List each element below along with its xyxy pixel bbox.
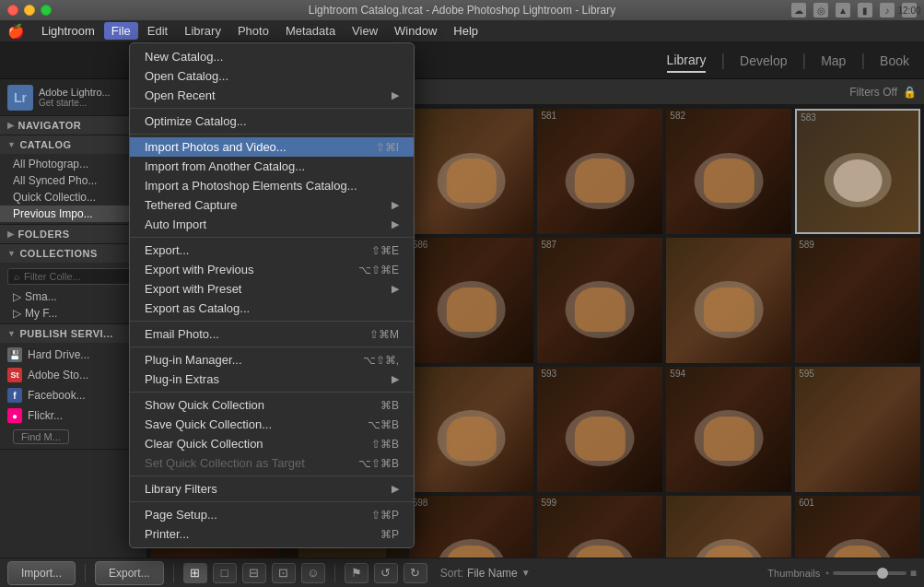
grid-cell-587[interactable]: 587	[537, 238, 662, 363]
catalog-header[interactable]: ▼ Catalog	[0, 135, 146, 154]
menu-help[interactable]: Help	[446, 22, 485, 40]
catalog-all-photos[interactable]: All Photograp...	[0, 156, 146, 172]
catalog-quick-collection[interactable]: Quick Collectio...	[0, 189, 146, 205]
grid-cell-588[interactable]: 588	[666, 238, 791, 363]
find-more-btn[interactable]: Find M...	[0, 426, 146, 447]
cloud-icon[interactable]: ☁	[791, 3, 806, 18]
catalog-synced[interactable]: All Synced Pho...	[0, 172, 146, 189]
menu-save-quick-collection[interactable]: Save Quick Collection... ⌥⌘B	[130, 415, 414, 434]
grid-cell-589[interactable]: 589	[795, 238, 920, 363]
menu-export-as-catalog[interactable]: Export as Catalog...	[130, 299, 414, 318]
activity-icon[interactable]: ◎	[813, 3, 828, 18]
thumbnail-size-slider[interactable]: ▪ ■	[825, 567, 917, 580]
folders-label: Folders	[18, 229, 70, 240]
battery-icon: ▮	[858, 3, 872, 18]
menu-export-with-preset[interactable]: Export with Preset ▶	[130, 279, 414, 299]
menu-library[interactable]: Library	[177, 22, 228, 40]
menu-library-filters[interactable]: Library Filters ▶	[130, 479, 414, 499]
menu-new-catalog[interactable]: New Catalog...	[130, 47, 414, 66]
menu-email-photo[interactable]: Email Photo... ⇧⌘M	[130, 324, 414, 344]
catalog-label: Catalog	[19, 139, 71, 150]
grid-cell-592[interactable]: 592	[409, 367, 534, 492]
menu-window[interactable]: Window	[387, 22, 444, 40]
volume-icon[interactable]: ♪	[880, 3, 895, 18]
publish-flickr[interactable]: ● Flickr...	[0, 405, 146, 426]
wifi-icon: ▲	[836, 3, 850, 18]
folders-header[interactable]: ▶ Folders	[0, 225, 146, 243]
menu-show-quick-collection[interactable]: Show Quick Collection ⌘B	[130, 395, 414, 415]
maximize-button[interactable]	[41, 5, 52, 16]
grid-cell-600[interactable]: 600	[666, 496, 791, 558]
collection-my[interactable]: ▷ My F...	[0, 305, 146, 322]
loupe-view-btn[interactable]: □	[213, 563, 237, 583]
slider-handle[interactable]	[877, 568, 888, 579]
survey-view-btn[interactable]: ⊡	[272, 563, 296, 583]
menu-lightroom[interactable]: Lightroom	[34, 22, 102, 40]
menu-clear-quick-collection[interactable]: Clear Quick Collection ⇧⌘B	[130, 434, 414, 453]
menu-import-another-catalog[interactable]: Import from Another Catalog...	[130, 157, 414, 176]
grid-cell-583[interactable]: 583	[795, 109, 920, 234]
collection-smart[interactable]: ▷ Sma...	[0, 288, 146, 305]
menu-edit[interactable]: Edit	[140, 22, 175, 40]
grid-cell-599[interactable]: 599	[537, 496, 662, 558]
rotate-cw-btn[interactable]: ↻	[404, 563, 427, 583]
people-view-btn[interactable]: ☺	[301, 563, 325, 583]
menu-optimize-catalog[interactable]: Optimize Catalog...	[130, 112, 414, 131]
grid-cell-580[interactable]: 580	[409, 109, 534, 234]
navigator-header[interactable]: ▶ Navigator	[0, 116, 146, 135]
menu-import-photos[interactable]: Import Photos and Video... ⇧⌘I	[130, 137, 414, 157]
collections-header[interactable]: ▼ Collections	[0, 244, 146, 263]
menu-tethered-capture[interactable]: Tethered Capture ▶	[130, 195, 414, 215]
menu-auto-import[interactable]: Auto Import ▶	[130, 215, 414, 234]
collections-arrow: ▼	[7, 249, 16, 258]
filter-right: Filters Off 🔒	[849, 86, 917, 99]
grid-view-btn[interactable]: ⊞	[183, 563, 207, 583]
tab-book[interactable]: Book	[880, 50, 909, 72]
apple-menu[interactable]: 🍎	[7, 23, 25, 40]
tab-map[interactable]: Map	[821, 50, 846, 72]
menu-export[interactable]: Export... ⇧⌘E	[130, 241, 414, 260]
menu-page-setup[interactable]: Page Setup... ⇧⌘P	[130, 505, 414, 524]
menu-open-recent[interactable]: Open Recent ▶	[130, 86, 414, 105]
grid-cell-601[interactable]: 601	[795, 496, 920, 558]
menu-plugin-manager[interactable]: Plug-in Manager... ⌥⇧⌘,	[130, 350, 414, 370]
menu-import-pse-catalog[interactable]: Import a Photoshop Elements Catalog...	[130, 176, 414, 195]
compare-view-btn[interactable]: ⊟	[242, 563, 266, 583]
publish-adobe-stock[interactable]: St Adobe Sto...	[0, 365, 146, 385]
menu-view[interactable]: View	[345, 22, 385, 40]
flagging-btn[interactable]: ⚑	[345, 563, 368, 583]
menu-file[interactable]: File	[104, 22, 138, 40]
publish-hard-drive[interactable]: 💾 Hard Drive...	[0, 345, 146, 365]
menu-metadata[interactable]: Metadata	[278, 22, 343, 40]
window-controls[interactable]	[7, 5, 52, 16]
sort-value[interactable]: File Name	[467, 567, 518, 580]
menu-photo[interactable]: Photo	[230, 22, 276, 40]
collections-filter[interactable]: ⌕ Filter Colle...	[7, 268, 139, 285]
import-button[interactable]: Import...	[7, 561, 76, 585]
menu-printer[interactable]: Printer... ⌘P	[130, 524, 414, 544]
close-button[interactable]	[7, 5, 18, 16]
grid-cell-594[interactable]: 594	[666, 367, 791, 492]
menu-export-with-previous[interactable]: Export with Previous ⌥⇧⌘E	[130, 260, 414, 279]
lock-icon[interactable]: 🔒	[903, 86, 917, 99]
grid-cell-598[interactable]: 598	[409, 496, 534, 558]
tab-separator-2: |	[801, 51, 806, 70]
publish-header[interactable]: ▼ Publish Servi...	[0, 324, 146, 343]
rotate-ccw-btn[interactable]: ↺	[374, 563, 398, 583]
sort-direction-icon[interactable]: ▼	[521, 568, 531, 578]
grid-cell-582[interactable]: 582	[666, 109, 791, 234]
tab-separator-3: |	[860, 51, 865, 70]
export-button[interactable]: Export...	[95, 561, 164, 585]
publish-facebook[interactable]: f Facebook...	[0, 385, 146, 405]
grid-cell-581[interactable]: 581	[537, 109, 662, 234]
tab-library[interactable]: Library	[667, 49, 707, 73]
catalog-previous-import[interactable]: Previous Impo...	[0, 205, 146, 222]
minimize-button[interactable]	[24, 5, 35, 16]
grid-cell-595[interactable]: 595	[795, 367, 920, 492]
menu-open-catalog[interactable]: Open Catalog...	[130, 66, 414, 86]
tab-develop[interactable]: Develop	[740, 50, 787, 72]
grid-cell-593[interactable]: 593	[537, 367, 662, 492]
grid-cell-586[interactable]: 586	[409, 238, 534, 363]
menu-plugin-extras[interactable]: Plug-in Extras ▶	[130, 370, 414, 389]
slider-track[interactable]	[833, 571, 906, 575]
